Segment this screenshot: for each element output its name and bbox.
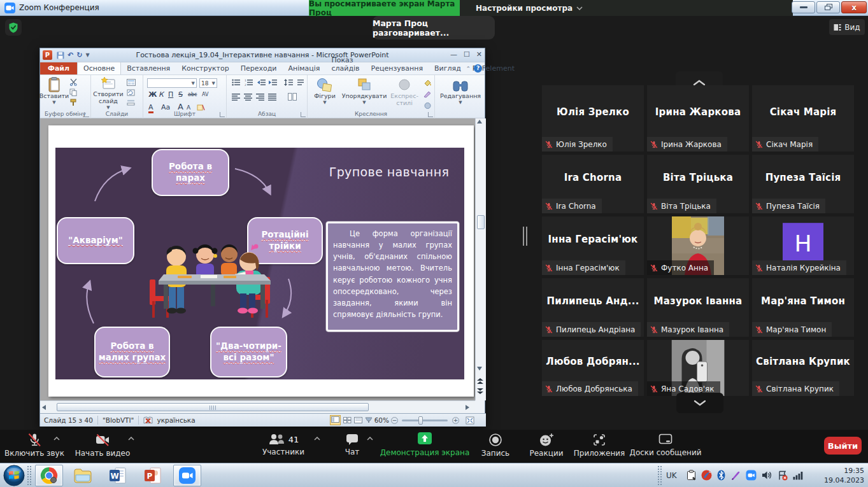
participant-tile-vita-tritska[interactable]: Віта Тріцька Віта Тріцька xyxy=(647,155,749,213)
participant-tile-iryna-zharkova[interactable]: Ірина Жаркова Ірина Жаркова xyxy=(647,85,749,152)
reset-slide-icon[interactable] xyxy=(127,89,135,96)
mic-options-caret[interactable] xyxy=(53,437,60,441)
leave-button[interactable]: Выйти xyxy=(824,437,862,455)
italic-button[interactable]: К xyxy=(159,90,164,99)
participant-tile-ira-chorna[interactable]: Ira Chorna Ira Chorna xyxy=(542,155,644,213)
taskbar-explorer[interactable] xyxy=(69,465,97,486)
scroll-up-arrow[interactable] xyxy=(477,120,482,124)
grow-font-button[interactable]: А xyxy=(178,102,183,111)
language-switcher[interactable]: UK xyxy=(666,471,677,480)
zoom-slider-track[interactable] xyxy=(402,420,448,421)
slideshow-button[interactable] xyxy=(365,417,373,423)
tab-transitions[interactable]: Переходи xyxy=(235,62,283,74)
justify-icon[interactable] xyxy=(268,93,277,101)
ppt-titlebar[interactable]: P ↶ ↻ ▼ Гостьова лекція_19.04_Інтерактив… xyxy=(40,48,485,62)
paste-button[interactable]: Вставити ▼ xyxy=(43,77,66,105)
slide-sorter-button[interactable] xyxy=(343,417,352,423)
ppt-close-icon[interactable]: ✕ xyxy=(476,50,482,59)
participant-tile-nataliia-kureikina[interactable]: Н Наталія Курейкіна xyxy=(752,216,854,275)
indent-decrease-icon[interactable] xyxy=(257,79,266,86)
shadow-button[interactable]: abc xyxy=(188,92,197,97)
text-direction-icon[interactable] xyxy=(297,79,305,86)
share-screen-button[interactable]: Демонстрация экрана xyxy=(383,432,467,457)
zoom-in-button[interactable]: + xyxy=(452,417,459,424)
tab-view[interactable]: Вигляд xyxy=(429,62,467,74)
help-icon[interactable]: ? xyxy=(474,64,482,73)
tray-ccleaner-icon[interactable] xyxy=(701,470,712,481)
minimize-ribbon-icon[interactable]: ⌃ xyxy=(466,66,471,72)
taskbar-chrome[interactable] xyxy=(35,465,63,486)
bubble-two-four-all[interactable]: "Два-чотири- всі разом" xyxy=(210,327,287,378)
tray-pen-icon[interactable] xyxy=(730,470,741,481)
taskbar-powerpoint[interactable]: P xyxy=(139,465,167,486)
close-button[interactable]: x xyxy=(841,1,867,13)
tray-network-icon[interactable] xyxy=(793,471,804,480)
clipboard-dialog-launcher[interactable] xyxy=(84,112,89,117)
record-button[interactable]: Запись xyxy=(474,433,516,458)
taskbar-word[interactable]: W xyxy=(104,465,132,486)
video-options-caret[interactable] xyxy=(128,437,134,441)
zoom-out-button[interactable]: − xyxy=(391,417,398,424)
participant-tile-inna-herasimiuk[interactable]: Інна Герасім'юк Інна Герасім'юк xyxy=(542,216,644,275)
participant-tile-yana-sadoviak[interactable]: Яна Садов'як xyxy=(647,340,749,396)
spellcheck-icon[interactable] xyxy=(143,416,153,425)
slide-canvas[interactable]: Групове навчання Робота в парах "Акваріу… xyxy=(40,118,475,400)
tab-file[interactable]: Файл xyxy=(40,62,77,74)
quick-styles-button[interactable]: Експрес-стилі xyxy=(388,78,421,107)
panel-resize-handle[interactable] xyxy=(523,227,529,246)
scroll-left-arrow[interactable] xyxy=(42,405,46,410)
previous-slide-button[interactable] xyxy=(477,378,483,385)
tab-review[interactable]: Рецензування xyxy=(366,62,429,74)
start-button[interactable] xyxy=(3,465,25,487)
ppt-maximize-icon[interactable]: ☐ xyxy=(464,50,470,59)
minimize-button[interactable] xyxy=(792,1,815,13)
editing-button[interactable]: Редагування ▼ xyxy=(441,79,480,105)
align-left-icon[interactable] xyxy=(232,93,241,101)
tab-home[interactable]: Основне xyxy=(77,62,121,74)
ppt-minimize-icon[interactable]: — xyxy=(450,50,457,59)
char-spacing-button[interactable]: AV xyxy=(202,92,208,97)
zoom-slider-thumb[interactable] xyxy=(418,416,423,425)
bubble-pairs[interactable]: Робота в парах xyxy=(152,149,229,196)
participants-button[interactable]: 41 Участники xyxy=(255,433,312,456)
layout-icon[interactable] xyxy=(127,79,136,86)
align-center-icon[interactable] xyxy=(244,93,253,101)
participants-caret[interactable] xyxy=(314,437,320,441)
columns-icon[interactable] xyxy=(288,93,297,101)
language-indicator[interactable]: українська xyxy=(157,416,195,424)
start-video-button[interactable]: Начать видео xyxy=(74,433,131,458)
paragraph-dialog-launcher[interactable] xyxy=(301,112,306,117)
chat-caret[interactable] xyxy=(367,437,373,441)
apps-button[interactable]: Приложения xyxy=(573,433,626,458)
bubble-aquarium[interactable]: "Акваріум" xyxy=(57,217,134,264)
participant-tile-pupeza-taisiia[interactable]: Пупеза Таїсія Пупеза Таїсія xyxy=(752,155,854,213)
new-slide-button[interactable]: Створити слайд ▼ xyxy=(94,77,123,110)
tab-insert[interactable]: Вставлення xyxy=(121,62,176,74)
arrange-button[interactable]: Упорядкувати ▼ xyxy=(342,78,387,105)
participant-tile-sikach-mariia[interactable]: Сікач Марія Сікач Марія xyxy=(752,85,854,152)
participant-tile-yuliia-zrelko[interactable]: Юлія Зрелко Юлія Зрелко xyxy=(542,85,644,152)
participant-tile-mazurok-ivanna[interactable]: Мазурок Іванна Мазурок Іванна xyxy=(647,278,749,337)
tab-slideshow[interactable]: Показ слайдів xyxy=(325,54,365,74)
scroll-right-arrow[interactable] xyxy=(466,405,469,410)
tray-bluetooth-icon[interactable] xyxy=(717,470,725,481)
strikethrough-button[interactable]: S xyxy=(178,90,183,99)
cut-icon[interactable] xyxy=(69,78,78,86)
tab-design[interactable]: Конструктор xyxy=(176,62,234,74)
shape-fill-icon[interactable] xyxy=(423,79,432,87)
vertical-scrollbar[interactable] xyxy=(475,118,486,400)
font-size-select[interactable]: 18▼ xyxy=(199,78,217,88)
tab-animations[interactable]: Анімація xyxy=(282,62,325,74)
whiteboards-button[interactable]: Доски сообщений xyxy=(630,433,701,457)
participant-tile-futko-anna[interactable]: Футко Анна xyxy=(647,216,749,275)
bold-button[interactable]: Ж xyxy=(148,90,157,99)
reactions-button[interactable]: Реакции xyxy=(525,433,568,458)
bubble-small-groups[interactable]: Робота в малих групах xyxy=(94,327,170,378)
align-right-icon[interactable] xyxy=(256,93,265,101)
participant-tile-liubov-dobrianska[interactable]: Любов Добрян... Любов Добрянська xyxy=(542,340,644,396)
bullets-icon[interactable] xyxy=(232,79,241,86)
numbering-icon[interactable]: 12 xyxy=(245,79,253,86)
hscroll-thumb[interactable] xyxy=(57,403,369,411)
underline-button[interactable]: П xyxy=(168,90,173,99)
participant-tile-pylypets-andriana[interactable]: Пилипець Анд... Пилипець Андріана xyxy=(542,278,644,337)
